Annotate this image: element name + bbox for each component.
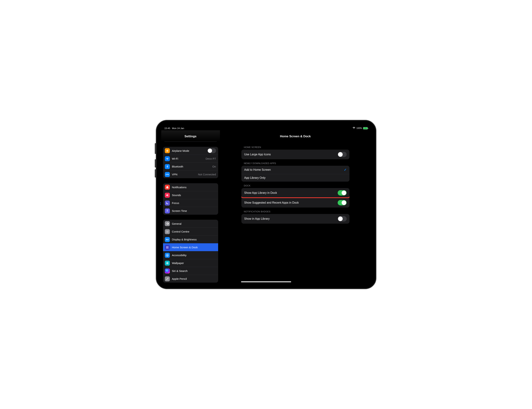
sidebar-item-display-brightness[interactable]: AA Display & Brightness <box>163 236 218 243</box>
volume-down-button <box>155 169 156 178</box>
wallpaper-icon <box>165 261 170 266</box>
section-header-dock: DOCK <box>241 182 350 188</box>
sidebar-item-apple-pencil[interactable]: Apple Pencil <box>163 275 218 283</box>
sidebar-item-screen-time[interactable]: Screen Time <box>163 207 218 215</box>
sidebar-item-label: General <box>172 222 181 225</box>
section-header-newly-downloaded: NEWLY DOWNLOADED APPS <box>241 159 350 166</box>
home-indicator[interactable] <box>241 281 291 282</box>
sidebar-item-label: Screen Time <box>172 209 187 212</box>
sidebar-item-wifi[interactable]: Wi-Fi Deco P7 <box>163 155 218 163</box>
toggle-show-app-library-in-dock[interactable] <box>338 190 347 196</box>
sidebar-group-general: General Control Centre AA Display & Brig… <box>163 220 218 283</box>
sidebar-item-general[interactable]: General <box>163 220 218 227</box>
wifi-icon <box>165 156 170 161</box>
bluetooth-value: On <box>212 165 216 168</box>
sidebar-item-accessibility[interactable]: Accessibility <box>163 251 218 259</box>
app-grid-icon <box>165 245 170 250</box>
svg-point-11 <box>167 263 168 263</box>
accessibility-icon <box>165 253 170 258</box>
card-home-screen: Use Large App Icons <box>241 150 350 159</box>
toggle-use-large-app-icons[interactable] <box>338 152 347 157</box>
sidebar-item-label: Wi-Fi <box>172 157 178 160</box>
sidebar: Settings Airplane Mode <box>161 130 220 284</box>
row-add-to-home-screen[interactable]: Add to Home Screen ✓ <box>241 166 350 174</box>
sidebar-item-label: Siri & Search <box>172 269 188 273</box>
sidebar-item-label: Bluetooth <box>172 165 183 168</box>
sidebar-item-label: VPN <box>172 173 178 176</box>
row-label: Use Large App Icons <box>244 153 271 156</box>
sidebar-title: Settings <box>161 130 220 141</box>
charging-bolt-icon: ⚡︎ <box>365 127 366 129</box>
speaker-icon <box>165 193 170 198</box>
moon-icon <box>165 200 170 206</box>
row-use-large-app-icons[interactable]: Use Large App Icons <box>241 150 350 159</box>
sidebar-item-label: Apple Pencil <box>172 277 187 280</box>
battery-percent: 100% <box>356 127 362 129</box>
camera-led <box>160 204 161 205</box>
airplane-icon <box>165 148 170 153</box>
volume-up-button <box>155 159 156 167</box>
sidebar-item-home-screen-dock[interactable]: Home Screen & Dock <box>163 243 218 251</box>
sidebar-item-label: Display & Brightness <box>172 238 197 241</box>
airplane-mode-toggle[interactable] <box>207 148 216 153</box>
row-show-app-library-in-dock[interactable]: Show App Library in Dock <box>241 188 350 198</box>
section-header-badges: NOTIFICATION BADGES <box>241 208 350 214</box>
card-badges: Show in App Library <box>241 214 350 224</box>
row-label: App Library Only <box>244 176 266 180</box>
hourglass-icon <box>165 209 170 213</box>
section-header-home-screen: HOME SCREEN <box>241 143 350 150</box>
sidebar-item-wallpaper[interactable]: Wallpaper <box>163 259 218 267</box>
sidebar-item-focus[interactable]: Focus <box>163 199 218 207</box>
toggle-show-suggested-recent-in-dock[interactable] <box>338 200 347 205</box>
svg-rect-4 <box>167 247 168 248</box>
card-newly-downloaded: Add to Home Screen ✓ App Library Only <box>241 166 350 182</box>
svg-rect-0 <box>166 246 167 247</box>
sidebar-item-label: Focus <box>172 201 179 204</box>
row-label: Show App Library in Dock <box>244 191 277 194</box>
card-dock: Show App Library in Dock Show Suggested … <box>241 188 350 208</box>
sidebar-item-vpn[interactable]: VPN VPN Not Connected <box>163 170 218 178</box>
status-date: Mon 24 Jan <box>172 127 184 130</box>
battery-icon: ⚡︎ <box>363 127 368 129</box>
sidebar-item-sounds[interactable]: Sounds <box>163 191 218 199</box>
sliders-icon <box>165 229 170 234</box>
svg-point-15 <box>166 270 168 272</box>
sidebar-item-siri-search[interactable]: Siri & Search <box>163 267 218 275</box>
svg-rect-5 <box>168 247 168 248</box>
toggle-show-in-app-library[interactable] <box>338 216 347 221</box>
wifi-value: Deco P7 <box>206 157 216 160</box>
row-show-suggested-recent-in-dock[interactable]: Show Suggested and Recent Apps in Dock <box>241 198 350 208</box>
wifi-icon <box>352 127 355 130</box>
row-label: Show in App Library <box>244 217 270 220</box>
sidebar-item-airplane-mode[interactable]: Airplane Mode <box>163 147 218 155</box>
vpn-icon: VPN <box>165 172 170 177</box>
sidebar-group-connectivity: Airplane Mode Wi-Fi Deco P7 <box>163 147 218 178</box>
detail-title: Home Screen & Dock <box>220 130 371 140</box>
sidebar-group-stub <box>163 141 218 142</box>
sidebar-item-label: Accessibility <box>172 254 187 257</box>
svg-rect-7 <box>167 248 168 248</box>
sidebar-item-bluetooth[interactable]: Bluetooth On <box>163 163 218 170</box>
pencil-icon <box>165 276 170 281</box>
sidebar-item-notifications[interactable]: Notifications <box>163 183 218 191</box>
gear-icon <box>165 221 170 226</box>
row-label: Show Suggested and Recent Apps in Dock <box>244 201 299 204</box>
svg-rect-8 <box>168 248 168 248</box>
svg-point-10 <box>167 254 167 255</box>
sidebar-item-label: Home Screen & Dock <box>172 246 198 249</box>
status-bar: 15:45 Mon 24 Jan 100% ⚡︎ <box>161 125 371 130</box>
ipad-frame: 15:45 Mon 24 Jan 100% ⚡︎ Settings <box>155 120 377 289</box>
sidebar-item-control-centre[interactable]: Control Centre <box>163 227 218 236</box>
row-show-in-app-library[interactable]: Show in App Library <box>241 214 350 224</box>
svg-rect-2 <box>168 246 168 247</box>
display-aa-icon: AA <box>165 237 170 242</box>
vpn-value: Not Connected <box>198 173 216 176</box>
siri-icon <box>165 269 170 273</box>
svg-rect-1 <box>167 246 168 247</box>
svg-rect-6 <box>166 248 167 248</box>
svg-rect-3 <box>166 247 167 248</box>
sidebar-item-label: Wallpaper <box>172 262 184 264</box>
sidebar-item-label: Sounds <box>172 194 181 197</box>
power-button <box>155 143 156 154</box>
row-app-library-only[interactable]: App Library Only <box>241 174 350 182</box>
